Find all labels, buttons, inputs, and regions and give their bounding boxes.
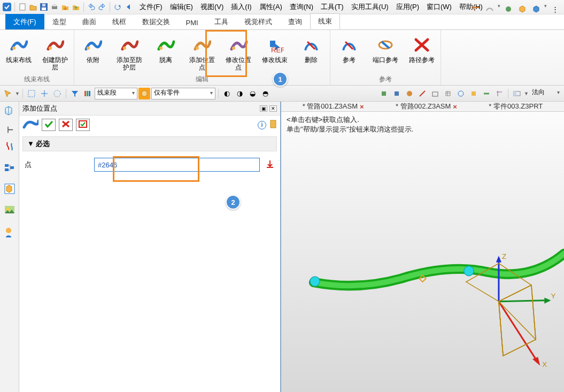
- side-icon[interactable]: ┣━: [6, 127, 13, 133]
- ribbon-tab[interactable]: 线束: [310, 13, 340, 29]
- close-tab-icon[interactable]: ×: [360, 103, 364, 111]
- side-icon[interactable]: [4, 163, 16, 174]
- selector-2[interactable]: 仅有零件: [151, 88, 215, 99]
- menu-item[interactable]: 工具(T): [319, 1, 346, 13]
- print-icon[interactable]: [50, 2, 59, 12]
- ribbon-button[interactable]: REF修改线束: [259, 33, 290, 66]
- side-icon[interactable]: [4, 141, 15, 155]
- tool-icon[interactable]: [416, 88, 428, 99]
- ribbon-tab[interactable]: 造型: [44, 14, 74, 29]
- tool-icon[interactable]: [455, 88, 467, 99]
- app-icon[interactable]: [2, 2, 12, 12]
- menu-item[interactable]: 实用工具(U): [349, 1, 391, 13]
- vp-icon[interactable]: [503, 3, 514, 15]
- vp-icon[interactable]: [484, 3, 496, 15]
- close-tab-icon[interactable]: ×: [453, 103, 457, 111]
- new-icon[interactable]: [18, 2, 27, 12]
- ribbon-icon: [45, 35, 65, 55]
- export-icon[interactable]: [71, 2, 81, 12]
- tb-icon[interactable]: ◐: [221, 88, 233, 99]
- panel-close-icon[interactable]: ✕: [269, 105, 277, 112]
- import-icon[interactable]: [60, 2, 70, 12]
- viewport-3d[interactable]: Z Y X: [281, 137, 564, 392]
- menu-item[interactable]: 应用(P): [394, 1, 421, 13]
- tb-icon[interactable]: ◒: [247, 88, 259, 99]
- redo-icon[interactable]: [97, 2, 107, 12]
- tool-icon[interactable]: [481, 88, 492, 99]
- filter-icon[interactable]: [69, 88, 81, 99]
- tb-icon[interactable]: ◓: [260, 88, 272, 99]
- side-icon[interactable]: [4, 205, 16, 218]
- refresh-icon[interactable]: [113, 2, 122, 12]
- ribbon-tab[interactable]: 曲面: [74, 14, 104, 29]
- menu-item[interactable]: 编辑(E): [168, 1, 195, 13]
- ribbon-button[interactable]: 删除: [296, 33, 327, 66]
- vp-icon[interactable]: ⋮: [549, 3, 561, 15]
- point-input[interactable]: [94, 158, 260, 172]
- side-icon[interactable]: [4, 105, 16, 118]
- open-icon[interactable]: [28, 2, 38, 12]
- side-icon[interactable]: [4, 227, 15, 240]
- ribbon-button[interactable]: 添加位置点: [187, 33, 218, 73]
- menu-item[interactable]: 插入(I): [229, 1, 253, 13]
- cube-icon[interactable]: [138, 88, 150, 99]
- ribbon-button[interactable]: 依附: [78, 33, 109, 66]
- ribbon-button[interactable]: 线束布线: [3, 33, 34, 66]
- panel-collapse-icon[interactable]: ▣: [260, 105, 267, 112]
- ribbon-tab[interactable]: 线框: [104, 14, 134, 29]
- view-icon[interactable]: [511, 88, 523, 99]
- ribbon-button[interactable]: 参考: [334, 33, 365, 66]
- circle-select-icon[interactable]: [51, 88, 63, 99]
- selector-1[interactable]: 线束段: [95, 88, 137, 99]
- ribbon-tab[interactable]: 查询: [280, 14, 310, 29]
- nav-back-icon[interactable]: [123, 2, 133, 12]
- menu-item[interactable]: 窗口(W): [424, 1, 454, 13]
- vp-icon[interactable]: [530, 3, 542, 15]
- ribbon-tab[interactable]: PMI: [178, 16, 206, 29]
- vp-icon[interactable]: [470, 3, 482, 15]
- info-icon[interactable]: i: [258, 121, 266, 129]
- side-icon[interactable]: [4, 183, 16, 196]
- panel-action-row: i: [19, 116, 280, 134]
- svg-point-41: [464, 266, 474, 276]
- ribbon-tab[interactable]: 文件(F): [5, 14, 44, 29]
- undo-icon[interactable]: [87, 2, 96, 12]
- ribbon-button[interactable]: 添加至防护层: [114, 33, 145, 73]
- palette-icon[interactable]: [82, 88, 94, 99]
- tool-icon[interactable]: [391, 88, 403, 99]
- ribbon-button[interactable]: 创建防护层: [40, 33, 71, 73]
- menu-item[interactable]: 查询(N): [288, 1, 315, 13]
- cancel-button[interactable]: [59, 119, 73, 131]
- menu-item[interactable]: 属性(A): [257, 1, 284, 13]
- menu-item[interactable]: 视图(V): [198, 1, 226, 13]
- tool-icon[interactable]: [429, 88, 441, 99]
- selector-3[interactable]: 法向: [530, 88, 562, 99]
- section-header[interactable]: ▼ 必选: [22, 136, 277, 151]
- save-icon[interactable]: [39, 2, 49, 12]
- doc-tab[interactable]: * 管路002.Z3ASM ×: [396, 102, 457, 111]
- doc-tab[interactable]: * 零件003.Z3PRT: [489, 102, 543, 111]
- ribbon-button[interactable]: 修改位置点: [223, 33, 254, 73]
- box-select-icon[interactable]: [26, 88, 37, 99]
- ribbon-button[interactable]: 端口参考: [370, 33, 401, 66]
- doc-tab[interactable]: * 管路001.Z3ASM ×: [303, 102, 364, 111]
- tool-icon[interactable]: [442, 88, 454, 99]
- menu-item[interactable]: 文件(F): [137, 1, 165, 13]
- tool-icon[interactable]: [404, 88, 415, 99]
- expand-icon[interactable]: [269, 119, 277, 130]
- ok-button[interactable]: [42, 119, 56, 131]
- tool-icon[interactable]: [468, 88, 480, 99]
- ribbon-button[interactable]: 路径参考: [406, 33, 437, 66]
- tool-icon[interactable]: [493, 88, 505, 99]
- tool-icon[interactable]: [378, 88, 390, 99]
- ribbon-tab[interactable]: 工具: [206, 14, 236, 29]
- apply-button[interactable]: [76, 119, 90, 131]
- ribbon-tab[interactable]: 数据交换: [134, 14, 178, 29]
- crosshair-icon[interactable]: [38, 88, 50, 99]
- cursor-icon[interactable]: [2, 88, 14, 99]
- ribbon-tab[interactable]: 视觉样式: [236, 14, 280, 29]
- tb-icon[interactable]: ◑: [234, 88, 246, 99]
- ribbon-button[interactable]: 脱离: [150, 33, 181, 66]
- vp-icon[interactable]: [516, 3, 528, 15]
- pick-point-icon[interactable]: [265, 159, 275, 171]
